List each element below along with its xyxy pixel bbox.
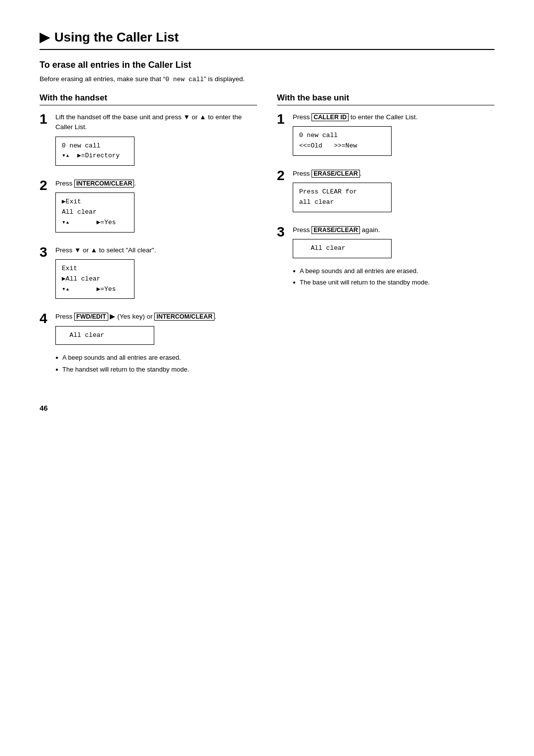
up-arrow-icon bbox=[200, 113, 206, 121]
step-1-content: Lift the handset off the base unit and p… bbox=[55, 112, 257, 171]
handset-step-4: 4 Press FWD/EDIT ▶ (Yes key) or INTERCOM… bbox=[40, 312, 257, 376]
step-number-4: 4 bbox=[40, 312, 50, 326]
down-icon bbox=[74, 246, 81, 254]
step-2-text: Press INTERCOM/CLEAR. bbox=[55, 179, 257, 189]
step-3-text: Press or to select "All clear". bbox=[55, 245, 257, 255]
base-step-3-content: Press ERASE/CLEAR again. All clear A bee… bbox=[293, 225, 494, 289]
intro-text: Before erasing all entries, make sure th… bbox=[40, 75, 494, 83]
base-step-2-content: Press ERASE/CLEAR. Press CLEAR for all c… bbox=[293, 169, 494, 217]
page-title: ▶ Using the Caller List bbox=[40, 30, 494, 50]
step-number-1: 1 bbox=[40, 112, 50, 126]
handset-column-title: With the handset bbox=[40, 93, 257, 105]
handset-step-3: 3 Press or to select "All clear". Exit ▶… bbox=[40, 245, 257, 304]
section-title: To erase all entries in the Caller List bbox=[40, 60, 494, 70]
base-step2-lcd: Press CLEAR for all clear bbox=[293, 183, 392, 212]
base-step3-lcd: All clear bbox=[293, 239, 392, 258]
up-icon bbox=[90, 246, 97, 254]
base-step-number-1: 1 bbox=[277, 112, 288, 126]
base-bullets: A beep sounds and all entries are erased… bbox=[293, 266, 494, 287]
intercom-clear-btn-2: INTERCOM/CLEAR bbox=[154, 313, 214, 321]
handset-step3-lcd: Exit ▶All clear ▾▴ ▶=Yes bbox=[55, 259, 134, 299]
fwd-edit-btn: FWD/EDIT bbox=[74, 313, 108, 321]
base-bullet-2: The base unit will return to the standby… bbox=[293, 278, 494, 287]
title-arrow-icon: ▶ bbox=[40, 30, 49, 45]
base-step-1-text: Press CALLER ID to enter the Caller List… bbox=[293, 112, 494, 122]
base-step-3: 3 Press ERASE/CLEAR again. All clear A b… bbox=[277, 225, 494, 289]
page-number: 46 bbox=[40, 404, 494, 412]
handset-column: With the handset 1 Lift the handset off … bbox=[40, 93, 257, 384]
base-step-1: 1 Press CALLER ID to enter the Caller Li… bbox=[277, 112, 494, 161]
handset-bullets: A beep sounds and all entries are erased… bbox=[55, 353, 257, 374]
erase-clear-btn-1: ERASE/CLEAR bbox=[312, 170, 360, 178]
handset-step4-lcd: All clear bbox=[55, 326, 154, 345]
step-3-content: Press or to select "All clear". Exit ▶Al… bbox=[55, 245, 257, 304]
base-column-title: With the base unit bbox=[277, 93, 494, 105]
erase-clear-btn-2: ERASE/CLEAR bbox=[312, 226, 360, 234]
columns-container: With the handset 1 Lift the handset off … bbox=[40, 93, 494, 384]
step-1-text: Lift the handset off the base unit and p… bbox=[55, 112, 257, 133]
step-4-text: Press FWD/EDIT ▶ (Yes key) or INTERCOM/C… bbox=[55, 312, 257, 322]
handset-step2-lcd: ▶Exit All clear ▾▴ ▶=Yes bbox=[55, 192, 134, 232]
intro-code: 0 new call bbox=[165, 76, 204, 83]
caller-id-btn: CALLER ID bbox=[312, 113, 349, 121]
base-column: With the base unit 1 Press CALLER ID to … bbox=[277, 93, 494, 297]
handset-step1-lcd: 0 new call ▾▴ ▶=Directory bbox=[55, 137, 134, 166]
handset-step-2: 2 Press INTERCOM/CLEAR. ▶Exit All clear … bbox=[40, 179, 257, 237]
base-step-2-text: Press ERASE/CLEAR. bbox=[293, 169, 494, 179]
step-4-content: Press FWD/EDIT ▶ (Yes key) or INTERCOM/C… bbox=[55, 312, 257, 376]
base-step-number-2: 2 bbox=[277, 169, 288, 183]
handset-step-1: 1 Lift the handset off the base unit and… bbox=[40, 112, 257, 171]
base-bullet-1: A beep sounds and all entries are erased… bbox=[293, 266, 494, 276]
intercom-clear-btn-1: INTERCOM/CLEAR bbox=[74, 180, 134, 188]
handset-bullet-2: The handset will return to the standby m… bbox=[55, 365, 257, 375]
step-number-3: 3 bbox=[40, 245, 50, 259]
title-text: Using the Caller List bbox=[54, 30, 178, 45]
intro-after: ” is displayed. bbox=[204, 75, 245, 83]
handset-bullet-1: A beep sounds and all entries are erased… bbox=[55, 353, 257, 363]
step-2-content: Press INTERCOM/CLEAR. ▶Exit All clear ▾▴… bbox=[55, 179, 257, 237]
base-step-2: 2 Press ERASE/CLEAR. Press CLEAR for all… bbox=[277, 169, 494, 217]
base-step-3-text: Press ERASE/CLEAR again. bbox=[293, 225, 494, 235]
intro-before: Before erasing all entries, make sure th… bbox=[40, 75, 165, 83]
down-arrow-icon bbox=[183, 113, 190, 121]
base-step-1-content: Press CALLER ID to enter the Caller List… bbox=[293, 112, 494, 161]
step-number-2: 2 bbox=[40, 179, 50, 192]
base-step-number-3: 3 bbox=[277, 225, 288, 239]
base-step1-lcd: 0 new call <<=Old >>=New bbox=[293, 126, 392, 156]
